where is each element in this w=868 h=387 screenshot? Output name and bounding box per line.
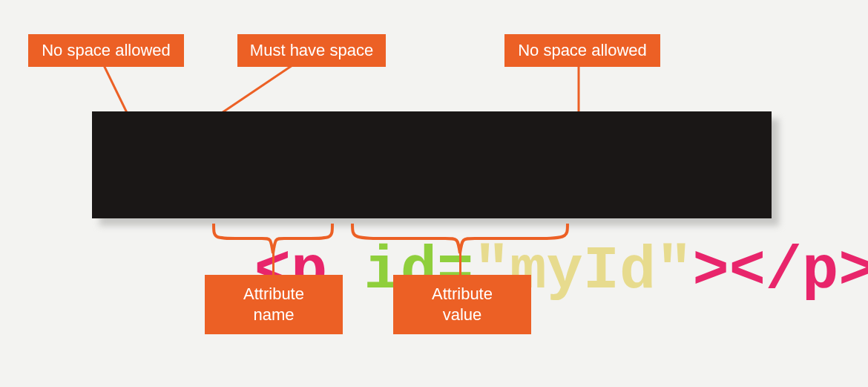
- token-close-p: </p>: [729, 237, 868, 306]
- connector-line: [459, 251, 461, 275]
- callout-no-space-left: No space allowed: [28, 34, 184, 67]
- callout-must-have-space: Must have space: [237, 34, 386, 67]
- token-gt: >: [692, 237, 729, 306]
- callout-no-space-right: No space allowed: [504, 34, 660, 67]
- connector-line: [272, 251, 274, 275]
- callout-attr-value: Attribute value: [393, 275, 531, 334]
- diagram-canvas: No space allowed Must have space No spac…: [0, 0, 868, 387]
- code-block: <p id="myId"></p>: [92, 111, 772, 218]
- callout-attr-name: Attribute name: [205, 275, 343, 334]
- token-quote-close: ": [656, 237, 692, 306]
